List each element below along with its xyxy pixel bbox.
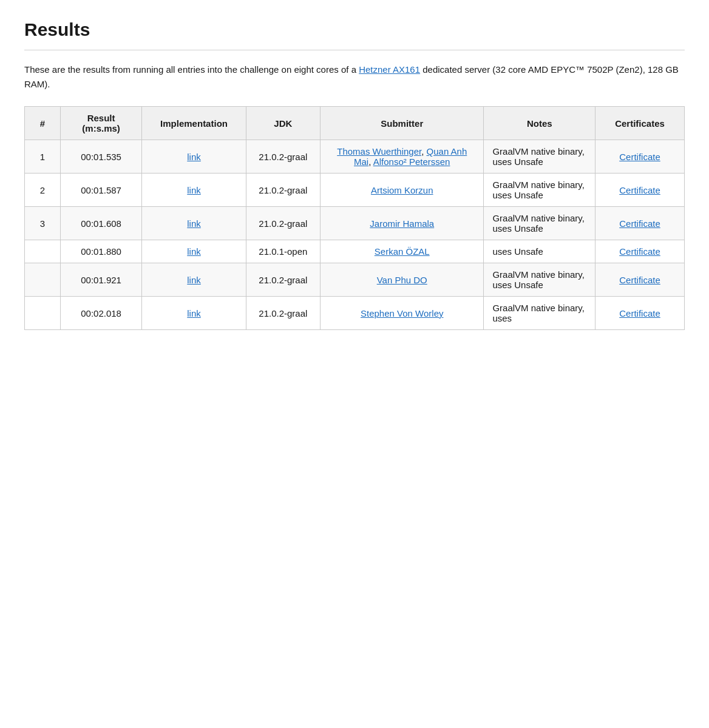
cell-implementation: link bbox=[142, 297, 246, 330]
certificate-link[interactable]: Certificate bbox=[619, 218, 660, 229]
cell-submitter: Van Phu DO bbox=[321, 263, 484, 297]
cell-notes: GraalVM native binary, uses Unsafe bbox=[484, 140, 595, 174]
cell-certificate: Certificate bbox=[595, 240, 685, 263]
implementation-link[interactable]: link bbox=[187, 185, 201, 195]
page-title: Results bbox=[24, 19, 685, 40]
implementation-link[interactable]: link bbox=[187, 308, 201, 318]
table-row: 300:01.608link21.0.2-graalJaromir Hamala… bbox=[25, 207, 685, 240]
cell-result: 00:01.921 bbox=[60, 263, 142, 297]
submitter-link[interactable]: Jaromir Hamala bbox=[370, 218, 434, 229]
cell-certificate: Certificate bbox=[595, 263, 685, 297]
cell-certificate: Certificate bbox=[595, 207, 685, 240]
table-row: 00:01.921link21.0.2-graalVan Phu DOGraal… bbox=[25, 263, 685, 297]
certificate-link[interactable]: Certificate bbox=[619, 185, 660, 195]
col-header-submitter: Submitter bbox=[321, 107, 484, 140]
cell-jdk: 21.0.2-graal bbox=[246, 297, 320, 330]
col-header-jdk: JDK bbox=[246, 107, 320, 140]
cell-implementation: link bbox=[142, 174, 246, 207]
submitter-link[interactable]: Van Phu DO bbox=[377, 275, 427, 285]
cell-submitter: Thomas Wuerthinger, Quan Anh Mai, Alfons… bbox=[321, 140, 484, 174]
certificate-link[interactable]: Certificate bbox=[619, 275, 660, 285]
submitter-link[interactable]: Artsiom Korzun bbox=[371, 185, 433, 195]
results-table: # Result(m:s.ms) Implementation JDK Subm… bbox=[24, 106, 685, 330]
cell-result: 00:01.587 bbox=[60, 174, 142, 207]
col-header-rank: # bbox=[25, 107, 61, 140]
cell-submitter: Stephen Von Worley bbox=[321, 297, 484, 330]
submitter-link[interactable]: Thomas Wuerthinger bbox=[337, 146, 421, 157]
cell-result: 00:01.608 bbox=[60, 207, 142, 240]
submitter-link[interactable]: Serkan ÖZAL bbox=[375, 246, 430, 257]
cell-submitter: Serkan ÖZAL bbox=[321, 240, 484, 263]
cell-implementation: link bbox=[142, 140, 246, 174]
cell-implementation: link bbox=[142, 263, 246, 297]
certificate-link[interactable]: Certificate bbox=[619, 308, 660, 318]
cell-result: 00:01.880 bbox=[60, 240, 142, 263]
implementation-link[interactable]: link bbox=[187, 218, 201, 229]
cell-jdk: 21.0.2-graal bbox=[246, 174, 320, 207]
cell-jdk: 21.0.2-graal bbox=[246, 207, 320, 240]
certificate-link[interactable]: Certificate bbox=[619, 152, 660, 162]
cell-notes: GraalVM native binary, uses Unsafe bbox=[484, 207, 595, 240]
cell-notes: GraalVM native binary, uses bbox=[484, 297, 595, 330]
cell-rank bbox=[25, 240, 61, 263]
hetzner-link[interactable]: Hetzner AX161 bbox=[359, 64, 420, 75]
divider bbox=[24, 50, 685, 50]
cell-certificate: Certificate bbox=[595, 297, 685, 330]
col-header-certificates: Certificates bbox=[595, 107, 685, 140]
cell-jdk: 21.0.2-graal bbox=[246, 263, 320, 297]
cell-implementation: link bbox=[142, 207, 246, 240]
cell-rank bbox=[25, 297, 61, 330]
implementation-link[interactable]: link bbox=[187, 152, 201, 162]
cell-jdk: 21.0.2-graal bbox=[246, 140, 320, 174]
submitter-link[interactable]: Alfonso² Peterssen bbox=[373, 157, 450, 167]
cell-certificate: Certificate bbox=[595, 174, 685, 207]
cell-rank: 3 bbox=[25, 207, 61, 240]
cell-rank: 2 bbox=[25, 174, 61, 207]
cell-result: 00:01.535 bbox=[60, 140, 142, 174]
col-header-result: Result(m:s.ms) bbox=[60, 107, 142, 140]
cell-notes: GraalVM native binary, uses Unsafe bbox=[484, 263, 595, 297]
cell-certificate: Certificate bbox=[595, 140, 685, 174]
table-header-row: # Result(m:s.ms) Implementation JDK Subm… bbox=[25, 107, 685, 140]
table-row: 00:01.880link21.0.1-openSerkan ÖZALuses … bbox=[25, 240, 685, 263]
table-row: 00:02.018link21.0.2-graalStephen Von Wor… bbox=[25, 297, 685, 330]
cell-rank: 1 bbox=[25, 140, 61, 174]
col-header-implementation: Implementation bbox=[142, 107, 246, 140]
implementation-link[interactable]: link bbox=[187, 275, 201, 285]
cell-notes: uses Unsafe bbox=[484, 240, 595, 263]
certificate-link[interactable]: Certificate bbox=[619, 246, 660, 257]
col-header-notes: Notes bbox=[484, 107, 595, 140]
implementation-link[interactable]: link bbox=[187, 246, 201, 257]
cell-rank bbox=[25, 263, 61, 297]
intro-before-link: These are the results from running all e… bbox=[24, 64, 359, 75]
table-row: 100:01.535link21.0.2-graalThomas Wuerthi… bbox=[25, 140, 685, 174]
cell-jdk: 21.0.1-open bbox=[246, 240, 320, 263]
cell-submitter: Jaromir Hamala bbox=[321, 207, 484, 240]
submitter-link[interactable]: Stephen Von Worley bbox=[361, 308, 443, 318]
cell-notes: GraalVM native binary, uses Unsafe bbox=[484, 174, 595, 207]
cell-submitter: Artsiom Korzun bbox=[321, 174, 484, 207]
intro-text: These are the results from running all e… bbox=[24, 62, 685, 92]
cell-result: 00:02.018 bbox=[60, 297, 142, 330]
cell-implementation: link bbox=[142, 240, 246, 263]
table-row: 200:01.587link21.0.2-graalArtsiom Korzun… bbox=[25, 174, 685, 207]
